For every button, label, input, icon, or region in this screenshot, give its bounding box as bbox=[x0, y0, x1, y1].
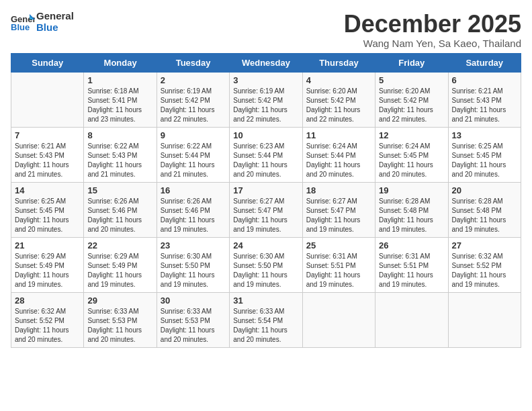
day-number: 3 bbox=[233, 75, 298, 85]
calendar-cell: 23Sunrise: 6:30 AM Sunset: 5:50 PM Dayli… bbox=[157, 237, 229, 292]
calendar-cell: 15Sunrise: 6:26 AM Sunset: 5:46 PM Dayli… bbox=[84, 182, 157, 237]
day-number: 21 bbox=[15, 240, 80, 250]
day-number: 18 bbox=[306, 185, 371, 195]
calendar-cell: 21Sunrise: 6:29 AM Sunset: 5:49 PM Dayli… bbox=[11, 237, 84, 292]
cell-content: Sunrise: 6:19 AM Sunset: 5:42 PM Dayligh… bbox=[161, 87, 226, 124]
cell-content: Sunrise: 6:18 AM Sunset: 5:41 PM Dayligh… bbox=[87, 87, 152, 124]
cell-content: Sunrise: 6:21 AM Sunset: 5:43 PM Dayligh… bbox=[452, 87, 517, 124]
calendar-cell bbox=[11, 72, 84, 127]
calendar-cell: 26Sunrise: 6:31 AM Sunset: 5:51 PM Dayli… bbox=[375, 237, 448, 292]
calendar-day-header: Sunday bbox=[11, 53, 84, 72]
day-number: 25 bbox=[306, 240, 371, 250]
calendar-cell: 11Sunrise: 6:24 AM Sunset: 5:44 PM Dayli… bbox=[302, 127, 375, 182]
cell-content: Sunrise: 6:33 AM Sunset: 5:54 PM Dayligh… bbox=[233, 307, 298, 345]
cell-content: Sunrise: 6:30 AM Sunset: 5:50 PM Dayligh… bbox=[233, 252, 298, 289]
calendar-week-row: 1Sunrise: 6:18 AM Sunset: 5:41 PM Daylig… bbox=[11, 72, 521, 127]
cell-content: Sunrise: 6:19 AM Sunset: 5:42 PM Dayligh… bbox=[233, 87, 298, 124]
logo-general-text: General bbox=[36, 11, 74, 22]
day-number: 6 bbox=[452, 75, 517, 85]
calendar-cell: 16Sunrise: 6:26 AM Sunset: 5:46 PM Dayli… bbox=[157, 182, 229, 237]
location-title: Wang Nam Yen, Sa Kaeo, Thailand bbox=[344, 38, 521, 49]
day-number: 4 bbox=[306, 75, 371, 85]
calendar-header-row: SundayMondayTuesdayWednesdayThursdayFrid… bbox=[11, 53, 521, 72]
cell-content: Sunrise: 6:25 AM Sunset: 5:45 PM Dayligh… bbox=[452, 142, 517, 179]
calendar-day-header: Thursday bbox=[302, 53, 375, 72]
cell-content: Sunrise: 6:28 AM Sunset: 5:48 PM Dayligh… bbox=[379, 197, 444, 234]
day-number: 8 bbox=[87, 130, 152, 140]
day-number: 30 bbox=[161, 295, 226, 306]
calendar-cell bbox=[448, 292, 521, 347]
calendar-cell: 25Sunrise: 6:31 AM Sunset: 5:51 PM Dayli… bbox=[302, 237, 375, 292]
day-number: 11 bbox=[306, 130, 371, 140]
cell-content: Sunrise: 6:22 AM Sunset: 5:43 PM Dayligh… bbox=[87, 142, 152, 179]
calendar-cell: 18Sunrise: 6:27 AM Sunset: 5:47 PM Dayli… bbox=[302, 182, 375, 237]
day-number: 27 bbox=[452, 240, 517, 250]
calendar-cell: 12Sunrise: 6:24 AM Sunset: 5:45 PM Dayli… bbox=[375, 127, 448, 182]
calendar-day-header: Monday bbox=[84, 53, 157, 72]
calendar-cell: 6Sunrise: 6:21 AM Sunset: 5:43 PM Daylig… bbox=[448, 72, 521, 127]
calendar-cell bbox=[375, 292, 448, 347]
day-number: 7 bbox=[15, 130, 80, 140]
day-number: 2 bbox=[161, 75, 226, 85]
day-number: 16 bbox=[161, 185, 226, 195]
calendar-cell: 20Sunrise: 6:28 AM Sunset: 5:48 PM Dayli… bbox=[448, 182, 521, 237]
day-number: 9 bbox=[161, 130, 226, 140]
cell-content: Sunrise: 6:32 AM Sunset: 5:52 PM Dayligh… bbox=[452, 252, 517, 289]
calendar-cell: 28Sunrise: 6:32 AM Sunset: 5:52 PM Dayli… bbox=[11, 292, 84, 347]
cell-content: Sunrise: 6:32 AM Sunset: 5:52 PM Dayligh… bbox=[15, 307, 80, 345]
cell-content: Sunrise: 6:29 AM Sunset: 5:49 PM Dayligh… bbox=[87, 252, 152, 289]
cell-content: Sunrise: 6:30 AM Sunset: 5:50 PM Dayligh… bbox=[161, 252, 226, 289]
calendar-cell: 9Sunrise: 6:22 AM Sunset: 5:44 PM Daylig… bbox=[157, 127, 229, 182]
cell-content: Sunrise: 6:29 AM Sunset: 5:49 PM Dayligh… bbox=[15, 252, 80, 289]
day-number: 14 bbox=[15, 185, 80, 195]
logo: General Blue General Blue bbox=[11, 11, 74, 33]
calendar-cell: 14Sunrise: 6:25 AM Sunset: 5:45 PM Dayli… bbox=[11, 182, 84, 237]
day-number: 5 bbox=[379, 75, 444, 85]
calendar-week-row: 21Sunrise: 6:29 AM Sunset: 5:49 PM Dayli… bbox=[11, 237, 521, 292]
cell-content: Sunrise: 6:31 AM Sunset: 5:51 PM Dayligh… bbox=[306, 252, 371, 289]
cell-content: Sunrise: 6:21 AM Sunset: 5:43 PM Dayligh… bbox=[15, 142, 80, 179]
day-number: 12 bbox=[379, 130, 444, 140]
cell-content: Sunrise: 6:23 AM Sunset: 5:44 PM Dayligh… bbox=[233, 142, 298, 179]
day-number: 17 bbox=[233, 185, 298, 195]
calendar-cell: 8Sunrise: 6:22 AM Sunset: 5:43 PM Daylig… bbox=[84, 127, 157, 182]
calendar-cell: 2Sunrise: 6:19 AM Sunset: 5:42 PM Daylig… bbox=[157, 72, 229, 127]
day-number: 23 bbox=[161, 240, 226, 250]
calendar-cell bbox=[302, 292, 375, 347]
calendar-cell: 19Sunrise: 6:28 AM Sunset: 5:48 PM Dayli… bbox=[375, 182, 448, 237]
calendar-day-header: Wednesday bbox=[230, 53, 302, 72]
cell-content: Sunrise: 6:27 AM Sunset: 5:47 PM Dayligh… bbox=[306, 197, 371, 234]
calendar-day-header: Friday bbox=[375, 53, 448, 72]
calendar-cell: 13Sunrise: 6:25 AM Sunset: 5:45 PM Dayli… bbox=[448, 127, 521, 182]
cell-content: Sunrise: 6:22 AM Sunset: 5:44 PM Dayligh… bbox=[161, 142, 226, 179]
calendar-day-header: Saturday bbox=[448, 53, 521, 72]
cell-content: Sunrise: 6:24 AM Sunset: 5:45 PM Dayligh… bbox=[379, 142, 444, 179]
logo-blue-text: Blue bbox=[36, 22, 74, 34]
day-number: 31 bbox=[233, 295, 298, 306]
calendar-cell: 22Sunrise: 6:29 AM Sunset: 5:49 PM Dayli… bbox=[84, 237, 157, 292]
logo-icon: General Blue bbox=[11, 13, 35, 32]
cell-content: Sunrise: 6:25 AM Sunset: 5:45 PM Dayligh… bbox=[15, 197, 80, 234]
day-number: 1 bbox=[87, 75, 152, 85]
day-number: 19 bbox=[379, 185, 444, 195]
cell-content: Sunrise: 6:20 AM Sunset: 5:42 PM Dayligh… bbox=[379, 87, 444, 124]
calendar-table: SundayMondayTuesdayWednesdayThursdayFrid… bbox=[11, 53, 521, 348]
day-number: 15 bbox=[87, 185, 152, 195]
day-number: 26 bbox=[379, 240, 444, 250]
calendar-cell: 7Sunrise: 6:21 AM Sunset: 5:43 PM Daylig… bbox=[11, 127, 84, 182]
calendar-cell: 3Sunrise: 6:19 AM Sunset: 5:42 PM Daylig… bbox=[230, 72, 302, 127]
calendar-cell: 5Sunrise: 6:20 AM Sunset: 5:42 PM Daylig… bbox=[375, 72, 448, 127]
calendar-cell: 27Sunrise: 6:32 AM Sunset: 5:52 PM Dayli… bbox=[448, 237, 521, 292]
calendar-cell: 30Sunrise: 6:33 AM Sunset: 5:53 PM Dayli… bbox=[157, 292, 229, 347]
day-number: 10 bbox=[233, 130, 298, 140]
day-number: 20 bbox=[452, 185, 517, 195]
cell-content: Sunrise: 6:24 AM Sunset: 5:44 PM Dayligh… bbox=[306, 142, 371, 179]
calendar-cell: 24Sunrise: 6:30 AM Sunset: 5:50 PM Dayli… bbox=[230, 237, 302, 292]
cell-content: Sunrise: 6:33 AM Sunset: 5:53 PM Dayligh… bbox=[87, 307, 152, 345]
day-number: 29 bbox=[87, 295, 152, 306]
calendar-week-row: 7Sunrise: 6:21 AM Sunset: 5:43 PM Daylig… bbox=[11, 127, 521, 182]
cell-content: Sunrise: 6:31 AM Sunset: 5:51 PM Dayligh… bbox=[379, 252, 444, 289]
calendar-cell: 10Sunrise: 6:23 AM Sunset: 5:44 PM Dayli… bbox=[230, 127, 302, 182]
day-number: 13 bbox=[452, 130, 517, 140]
cell-content: Sunrise: 6:28 AM Sunset: 5:48 PM Dayligh… bbox=[452, 197, 517, 234]
